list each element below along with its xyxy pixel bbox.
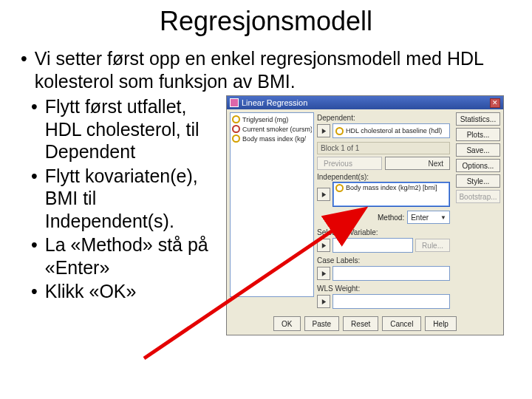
bullet-sub4-text: Klikk «OK» [45, 280, 137, 303]
statistics-button[interactable]: Statistics... [456, 112, 500, 126]
scale-icon [335, 127, 344, 135]
next-button[interactable]: Next [385, 157, 450, 170]
rule-button[interactable]: Rule... [415, 239, 450, 252]
linear-regression-dialog: Linear Regression ✕ Triglyserid (mg) Cur… [226, 95, 504, 335]
wls-label: WLS Weight: [317, 284, 450, 293]
bullet-sub1-text: Flytt først utfallet, HDL cholesterol, t… [45, 95, 222, 163]
block-label: Block 1 of 1 [321, 144, 359, 152]
previous-button[interactable]: Previous [317, 157, 382, 170]
var-label: Body mass index (kg/ [242, 135, 306, 143]
list-item[interactable]: Current smoker (cursm) [232, 125, 312, 133]
bullet-sub3-text: La «Method» stå på «Enter» [45, 233, 222, 279]
left-text-column: • Flytt først utfallet, HDL cholesterol,… [21, 95, 222, 335]
method-value: Enter [411, 214, 429, 222]
move-to-independent-button[interactable] [317, 188, 330, 201]
bullet-dot: • [21, 47, 27, 92]
move-to-dependent-button[interactable] [317, 124, 330, 137]
ok-button[interactable]: OK [273, 316, 300, 331]
list-item[interactable]: Body mass index (kg/ [232, 134, 312, 143]
options-button[interactable]: Options... [456, 159, 500, 172]
caselabels-field[interactable] [332, 266, 450, 281]
selection-field[interactable] [332, 238, 413, 253]
help-button[interactable]: Help [425, 316, 457, 331]
bullet-dot: • [31, 280, 38, 303]
dialog-titlebar[interactable]: Linear Regression ✕ [227, 96, 503, 109]
block-header: Block 1 of 1 [317, 142, 450, 154]
bootstrap-button[interactable]: Bootstrap... [456, 190, 500, 203]
cancel-button[interactable]: Cancel [382, 316, 421, 331]
bullet-sub2-text: Flytt kovariaten(e), BMI til Independent… [45, 165, 222, 233]
method-label: Method: [378, 214, 404, 222]
list-item[interactable]: Triglyserid (mg) [232, 115, 312, 123]
var-label: Triglyserid (mg) [242, 116, 288, 123]
dependent-value: HDL cholesterol at baseline (hdl) [346, 127, 442, 134]
bullet-main: • Vi setter først opp en enkel regresjon… [21, 47, 511, 92]
variable-list[interactable]: Triglyserid (mg) Current smoker (cursm) … [230, 112, 314, 297]
scale-icon [335, 184, 344, 192]
chevron-down-icon: ▼ [440, 214, 446, 221]
var-label: Current smoker (cursm) [242, 126, 312, 133]
bullet-sub4: • Klikk «OK» [21, 280, 222, 303]
close-icon[interactable]: ✕ [490, 98, 500, 108]
bullet-dot: • [31, 233, 38, 279]
paste-button[interactable]: Paste [304, 316, 340, 331]
slide-title: Regresjonsmodell [0, 6, 532, 37]
nominal-icon [232, 125, 240, 133]
selection-label: Selection Variable: [317, 228, 450, 236]
scale-icon [232, 115, 240, 123]
method-select[interactable]: Enter ▼ [407, 211, 450, 224]
independent-label: Independent(s): [317, 173, 450, 181]
bullet-sub2: • Flytt kovariaten(e), BMI til Independe… [21, 165, 222, 233]
bullet-dot: • [31, 165, 38, 233]
dependent-field[interactable]: HDL cholesterol at baseline (hdl) [332, 123, 450, 138]
move-to-selection-button[interactable] [317, 239, 330, 252]
style-button[interactable]: Style... [456, 174, 500, 188]
move-to-caselabels-button[interactable] [317, 267, 330, 280]
independent-field[interactable]: Body mass index (kg/m2) [bmi] [332, 182, 450, 207]
move-to-wls-button[interactable] [317, 295, 330, 308]
reset-button[interactable]: Reset [343, 316, 378, 331]
save-button[interactable]: Save... [456, 143, 500, 157]
dependent-label: Dependent: [317, 114, 450, 122]
plots-button[interactable]: Plots... [456, 128, 500, 141]
bullet-sub1: • Flytt først utfallet, HDL cholesterol,… [21, 95, 222, 163]
caselabels-label: Case Labels: [317, 256, 450, 265]
bullet-main-text: Vi setter først opp en enkel regresjonsm… [35, 47, 511, 92]
scale-icon [232, 134, 240, 143]
app-icon [230, 98, 239, 107]
bullet-dot: • [31, 95, 38, 163]
dialog-title: Linear Regression [242, 98, 490, 107]
wls-field[interactable] [332, 294, 450, 309]
independent-value: Body mass index (kg/m2) [bmi] [346, 184, 437, 191]
bullet-sub3: • La «Method» stå på «Enter» [21, 233, 222, 279]
